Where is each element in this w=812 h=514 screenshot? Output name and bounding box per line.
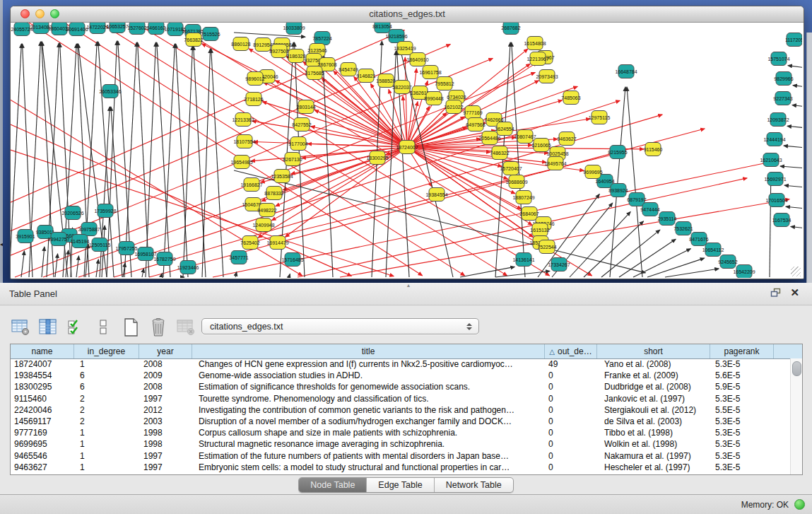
scrollbar-thumb[interactable]: [792, 361, 801, 376]
network-node[interactable]: 2718126: [244, 93, 263, 106]
cell-out_de[interactable]: 49: [545, 359, 597, 369]
table-selector-dropdown[interactable]: citations_edges.txt: [201, 318, 479, 334]
network-node[interactable]: 10654112: [702, 243, 724, 257]
network-node[interactable]: 18640910: [406, 53, 428, 66]
cell-short[interactable]: Franke et al. (2009): [597, 370, 710, 380]
cell-out_de[interactable]: 0: [545, 382, 597, 392]
column-header-pagerank[interactable]: pagerank: [710, 344, 774, 358]
cell-title[interactable]: Embryonic stem cells: a model to study s…: [192, 462, 545, 472]
cell-year[interactable]: 2008: [139, 359, 192, 369]
network-node[interactable]: 18495764: [544, 157, 566, 170]
cell-year[interactable]: 1998: [139, 439, 192, 449]
network-canvas[interactable]: 2405572420134082186040322069140614722029…: [11, 23, 802, 278]
network-node[interactable]: 7857224: [312, 32, 331, 45]
column-header-short[interactable]: short: [597, 344, 710, 358]
cell-short[interactable]: Wolkin et al. (1998): [597, 439, 710, 449]
cell-pagerank[interactable]: 5.3E-5: [710, 428, 774, 438]
table-row[interactable]: 977716911998Corpus callosum shape and si…: [11, 427, 791, 438]
network-node[interactable]: 16033809: [283, 23, 305, 35]
cell-out_de[interactable]: 0: [545, 405, 597, 415]
network-node[interactable]: 7486322: [490, 146, 509, 160]
network-node[interactable]: 10688609: [505, 175, 527, 189]
network-node[interactable]: 7522544: [537, 240, 556, 254]
network-node[interactable]: 12505115: [89, 238, 111, 252]
network-node[interactable]: 16542209: [733, 265, 755, 279]
network-node[interactable]: 18107554: [233, 135, 255, 148]
cell-pagerank[interactable]: 5.3E-5: [710, 451, 774, 461]
cell-name[interactable]: 18300295: [11, 382, 74, 392]
table-row[interactable]: 946554611997Estimation of the future num…: [11, 450, 791, 462]
network-node[interactable]: 18724007: [396, 141, 418, 154]
cell-year[interactable]: 2012: [139, 405, 192, 415]
network-node[interactable]: 9699695: [583, 165, 602, 179]
network-node[interactable]: 12975115: [589, 111, 611, 124]
column-visibility-icon[interactable]: [65, 317, 86, 338]
network-node[interactable]: 6466162: [146, 23, 165, 35]
network-node[interactable]: 9115460: [644, 143, 663, 156]
network-node[interactable]: 1117205: [785, 33, 802, 47]
vertical-scrollbar[interactable]: [790, 358, 802, 474]
cell-in_degree[interactable]: 1: [74, 439, 139, 449]
network-node[interactable]: 1615132: [530, 223, 549, 237]
new-column-icon[interactable]: [120, 317, 141, 338]
cell-year[interactable]: 2009: [139, 370, 192, 380]
table-row[interactable]: 946362711997Embryonic stem cells: a mode…: [11, 462, 791, 473]
network-node[interactable]: 8427552: [292, 118, 311, 132]
window-titlebar[interactable]: citations_edges.txt: [11, 6, 804, 23]
network-node[interactable]: 11923446: [177, 261, 199, 274]
cell-out_de[interactable]: 0: [545, 451, 597, 461]
network-node[interactable]: 12213967: [526, 52, 548, 66]
cell-short[interactable]: Nakamura et al. (1997): [597, 451, 710, 461]
network-node[interactable]: 9829966: [774, 72, 793, 86]
network-node[interactable]: 19218596: [385, 30, 407, 43]
cell-year[interactable]: 1997: [139, 462, 192, 472]
network-node[interactable]: 8267130: [283, 153, 302, 166]
column-header-in_degree[interactable]: in_degree: [74, 344, 139, 358]
cell-pagerank[interactable]: 5.3E-5: [710, 359, 774, 369]
tab-edge-table[interactable]: Edge Table: [366, 478, 433, 492]
network-node[interactable]: 30975887: [78, 223, 100, 236]
table-row[interactable]: 1456911722003Disruption of a novel membe…: [11, 416, 791, 427]
network-node[interactable]: 2687682: [501, 23, 520, 35]
column-header-year[interactable]: year: [139, 344, 192, 358]
network-node[interactable]: 8454749: [339, 63, 358, 76]
network-node[interactable]: 8938924: [608, 184, 628, 197]
cell-pagerank[interactable]: 5.3E-5: [710, 394, 774, 404]
network-node[interactable]: 8215955: [608, 146, 627, 159]
network-node[interactable]: 26053346: [99, 85, 121, 98]
network-node[interactable]: 20206526: [61, 206, 83, 220]
network-node[interactable]: 12409948: [252, 218, 274, 232]
network-node[interactable]: 15751074: [767, 52, 789, 66]
network-node[interactable]: 9177004: [288, 137, 307, 151]
cell-in_degree[interactable]: 6: [74, 382, 139, 392]
cell-in_degree[interactable]: 2: [74, 394, 139, 404]
network-node[interactable]: 10653257: [106, 23, 128, 33]
cell-pagerank[interactable]: 5.9E-5: [710, 382, 774, 392]
network-node[interactable]: 8878332: [264, 187, 283, 200]
network-node[interactable]: 12213363: [232, 113, 254, 127]
cell-title[interactable]: Tourette syndrome. Phenomenology and cla…: [192, 394, 545, 404]
cell-in_degree[interactable]: 6: [74, 370, 139, 380]
network-node[interactable]: 2935114: [658, 212, 677, 226]
close-panel-icon[interactable]: ✕: [790, 287, 799, 298]
cell-name[interactable]: 19384554: [11, 370, 74, 380]
network-node[interactable]: 16210643: [760, 153, 782, 167]
cell-out_de[interactable]: 0: [545, 428, 597, 438]
cell-pagerank[interactable]: 5.3E-5: [710, 416, 774, 426]
cell-title[interactable]: Genome-wide association studies in ADHD.: [192, 370, 545, 380]
network-node[interactable]: 13942757: [47, 233, 69, 246]
cell-year[interactable]: 1997: [139, 451, 192, 461]
cell-short[interactable]: Tibbo et al. (1998): [597, 428, 710, 438]
network-node[interactable]: 16648784: [615, 65, 637, 78]
network-node[interactable]: 8186328: [286, 49, 305, 63]
network-node[interactable]: 8860128: [231, 37, 250, 51]
network-node[interactable]: 9498222: [257, 204, 276, 217]
network-node[interactable]: 16154808: [524, 37, 546, 50]
column-select-icon[interactable]: [37, 317, 59, 338]
cell-in_degree[interactable]: 2: [74, 405, 139, 415]
network-node[interactable]: 3624554: [495, 122, 514, 136]
cell-title[interactable]: Estimation of significance thresholds fo…: [192, 382, 545, 392]
network-node[interactable]: 18300295: [366, 151, 388, 165]
column-header-title[interactable]: title: [192, 344, 545, 358]
cell-title[interactable]: Corpus callosum shape and size in male p…: [192, 428, 545, 438]
